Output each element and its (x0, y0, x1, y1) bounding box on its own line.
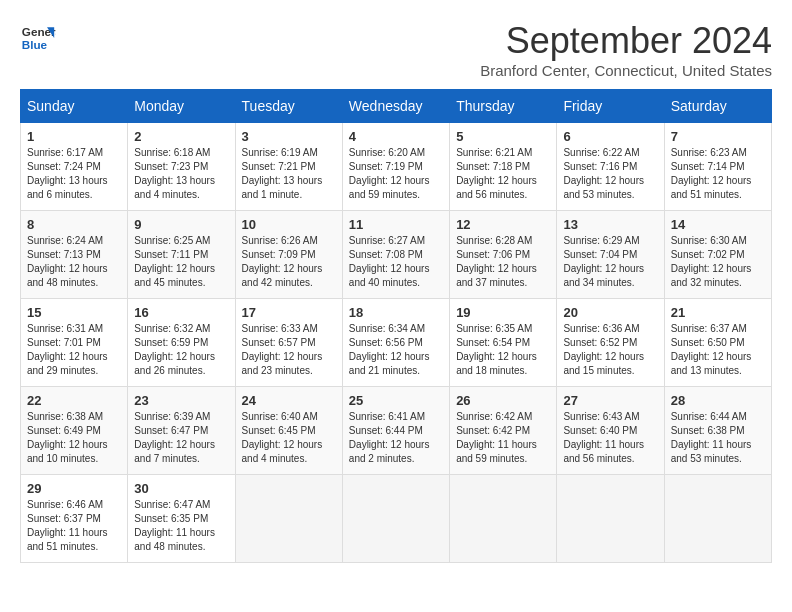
day-info: Sunrise: 6:39 AM Sunset: 6:47 PM Dayligh… (134, 411, 215, 464)
day-info: Sunrise: 6:38 AM Sunset: 6:49 PM Dayligh… (27, 411, 108, 464)
day-number: 21 (671, 305, 765, 320)
day-info: Sunrise: 6:41 AM Sunset: 6:44 PM Dayligh… (349, 411, 430, 464)
calendar-week-3: 15 Sunrise: 6:31 AM Sunset: 7:01 PM Dayl… (21, 299, 772, 387)
calendar-cell: 5 Sunrise: 6:21 AM Sunset: 7:18 PM Dayli… (450, 123, 557, 211)
calendar-cell: 15 Sunrise: 6:31 AM Sunset: 7:01 PM Dayl… (21, 299, 128, 387)
calendar-cell: 24 Sunrise: 6:40 AM Sunset: 6:45 PM Dayl… (235, 387, 342, 475)
day-info: Sunrise: 6:31 AM Sunset: 7:01 PM Dayligh… (27, 323, 108, 376)
day-info: Sunrise: 6:24 AM Sunset: 7:13 PM Dayligh… (27, 235, 108, 288)
title-section: September 2024 Branford Center, Connecti… (480, 20, 772, 79)
day-number: 14 (671, 217, 765, 232)
page-header: General Blue September 2024 Branford Cen… (20, 20, 772, 79)
calendar-cell: 10 Sunrise: 6:26 AM Sunset: 7:09 PM Dayl… (235, 211, 342, 299)
calendar-cell: 22 Sunrise: 6:38 AM Sunset: 6:49 PM Dayl… (21, 387, 128, 475)
day-number: 16 (134, 305, 228, 320)
col-friday: Friday (557, 90, 664, 123)
day-info: Sunrise: 6:19 AM Sunset: 7:21 PM Dayligh… (242, 147, 323, 200)
calendar-cell: 14 Sunrise: 6:30 AM Sunset: 7:02 PM Dayl… (664, 211, 771, 299)
calendar-cell: 16 Sunrise: 6:32 AM Sunset: 6:59 PM Dayl… (128, 299, 235, 387)
day-number: 25 (349, 393, 443, 408)
calendar-week-4: 22 Sunrise: 6:38 AM Sunset: 6:49 PM Dayl… (21, 387, 772, 475)
calendar-cell: 2 Sunrise: 6:18 AM Sunset: 7:23 PM Dayli… (128, 123, 235, 211)
calendar-cell: 1 Sunrise: 6:17 AM Sunset: 7:24 PM Dayli… (21, 123, 128, 211)
day-info: Sunrise: 6:36 AM Sunset: 6:52 PM Dayligh… (563, 323, 644, 376)
calendar-subtitle: Branford Center, Connecticut, United Sta… (480, 62, 772, 79)
day-info: Sunrise: 6:23 AM Sunset: 7:14 PM Dayligh… (671, 147, 752, 200)
day-info: Sunrise: 6:21 AM Sunset: 7:18 PM Dayligh… (456, 147, 537, 200)
col-saturday: Saturday (664, 90, 771, 123)
calendar-cell: 18 Sunrise: 6:34 AM Sunset: 6:56 PM Dayl… (342, 299, 449, 387)
day-number: 1 (27, 129, 121, 144)
calendar-cell: 20 Sunrise: 6:36 AM Sunset: 6:52 PM Dayl… (557, 299, 664, 387)
calendar-header-row: Sunday Monday Tuesday Wednesday Thursday… (21, 90, 772, 123)
svg-text:Blue: Blue (22, 38, 48, 51)
calendar-cell: 8 Sunrise: 6:24 AM Sunset: 7:13 PM Dayli… (21, 211, 128, 299)
calendar-cell: 9 Sunrise: 6:25 AM Sunset: 7:11 PM Dayli… (128, 211, 235, 299)
day-number: 11 (349, 217, 443, 232)
day-number: 20 (563, 305, 657, 320)
day-info: Sunrise: 6:47 AM Sunset: 6:35 PM Dayligh… (134, 499, 215, 552)
logo: General Blue (20, 20, 56, 56)
calendar-cell: 7 Sunrise: 6:23 AM Sunset: 7:14 PM Dayli… (664, 123, 771, 211)
day-info: Sunrise: 6:27 AM Sunset: 7:08 PM Dayligh… (349, 235, 430, 288)
calendar-cell: 23 Sunrise: 6:39 AM Sunset: 6:47 PM Dayl… (128, 387, 235, 475)
calendar-cell: 17 Sunrise: 6:33 AM Sunset: 6:57 PM Dayl… (235, 299, 342, 387)
day-info: Sunrise: 6:22 AM Sunset: 7:16 PM Dayligh… (563, 147, 644, 200)
calendar-cell: 19 Sunrise: 6:35 AM Sunset: 6:54 PM Dayl… (450, 299, 557, 387)
calendar-week-1: 1 Sunrise: 6:17 AM Sunset: 7:24 PM Dayli… (21, 123, 772, 211)
day-number: 2 (134, 129, 228, 144)
day-number: 13 (563, 217, 657, 232)
day-info: Sunrise: 6:17 AM Sunset: 7:24 PM Dayligh… (27, 147, 108, 200)
day-number: 9 (134, 217, 228, 232)
calendar-cell (664, 475, 771, 563)
day-info: Sunrise: 6:20 AM Sunset: 7:19 PM Dayligh… (349, 147, 430, 200)
calendar-cell: 11 Sunrise: 6:27 AM Sunset: 7:08 PM Dayl… (342, 211, 449, 299)
day-number: 26 (456, 393, 550, 408)
calendar-cell (342, 475, 449, 563)
col-wednesday: Wednesday (342, 90, 449, 123)
day-number: 18 (349, 305, 443, 320)
calendar-cell: 29 Sunrise: 6:46 AM Sunset: 6:37 PM Dayl… (21, 475, 128, 563)
day-info: Sunrise: 6:32 AM Sunset: 6:59 PM Dayligh… (134, 323, 215, 376)
calendar-cell: 25 Sunrise: 6:41 AM Sunset: 6:44 PM Dayl… (342, 387, 449, 475)
day-number: 5 (456, 129, 550, 144)
calendar-cell: 12 Sunrise: 6:28 AM Sunset: 7:06 PM Dayl… (450, 211, 557, 299)
day-number: 8 (27, 217, 121, 232)
day-info: Sunrise: 6:28 AM Sunset: 7:06 PM Dayligh… (456, 235, 537, 288)
calendar-title: September 2024 (480, 20, 772, 62)
col-tuesday: Tuesday (235, 90, 342, 123)
calendar-cell: 26 Sunrise: 6:42 AM Sunset: 6:42 PM Dayl… (450, 387, 557, 475)
day-info: Sunrise: 6:42 AM Sunset: 6:42 PM Dayligh… (456, 411, 537, 464)
calendar-week-5: 29 Sunrise: 6:46 AM Sunset: 6:37 PM Dayl… (21, 475, 772, 563)
calendar-cell (557, 475, 664, 563)
day-number: 29 (27, 481, 121, 496)
day-info: Sunrise: 6:46 AM Sunset: 6:37 PM Dayligh… (27, 499, 108, 552)
col-thursday: Thursday (450, 90, 557, 123)
day-info: Sunrise: 6:30 AM Sunset: 7:02 PM Dayligh… (671, 235, 752, 288)
col-sunday: Sunday (21, 90, 128, 123)
calendar-cell: 28 Sunrise: 6:44 AM Sunset: 6:38 PM Dayl… (664, 387, 771, 475)
day-number: 23 (134, 393, 228, 408)
day-number: 17 (242, 305, 336, 320)
day-number: 7 (671, 129, 765, 144)
day-number: 12 (456, 217, 550, 232)
day-info: Sunrise: 6:35 AM Sunset: 6:54 PM Dayligh… (456, 323, 537, 376)
day-info: Sunrise: 6:43 AM Sunset: 6:40 PM Dayligh… (563, 411, 644, 464)
calendar-cell: 30 Sunrise: 6:47 AM Sunset: 6:35 PM Dayl… (128, 475, 235, 563)
day-info: Sunrise: 6:18 AM Sunset: 7:23 PM Dayligh… (134, 147, 215, 200)
calendar-cell: 13 Sunrise: 6:29 AM Sunset: 7:04 PM Dayl… (557, 211, 664, 299)
calendar-cell (235, 475, 342, 563)
day-info: Sunrise: 6:40 AM Sunset: 6:45 PM Dayligh… (242, 411, 323, 464)
day-number: 30 (134, 481, 228, 496)
day-number: 4 (349, 129, 443, 144)
day-info: Sunrise: 6:33 AM Sunset: 6:57 PM Dayligh… (242, 323, 323, 376)
day-number: 22 (27, 393, 121, 408)
day-info: Sunrise: 6:29 AM Sunset: 7:04 PM Dayligh… (563, 235, 644, 288)
day-number: 24 (242, 393, 336, 408)
calendar-table: Sunday Monday Tuesday Wednesday Thursday… (20, 89, 772, 563)
day-number: 19 (456, 305, 550, 320)
calendar-cell: 27 Sunrise: 6:43 AM Sunset: 6:40 PM Dayl… (557, 387, 664, 475)
day-number: 3 (242, 129, 336, 144)
day-info: Sunrise: 6:44 AM Sunset: 6:38 PM Dayligh… (671, 411, 752, 464)
day-number: 27 (563, 393, 657, 408)
